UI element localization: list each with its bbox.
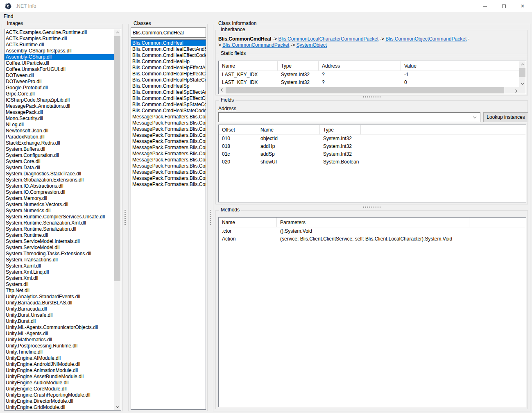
image-list-item[interactable]: System.Numerics.Vectors.dll (5, 202, 114, 208)
image-list-item[interactable]: UnityEngine.AudioModule.dll (5, 380, 114, 386)
lookup-instances-button[interactable]: Lookup instances (483, 112, 528, 122)
image-list-item[interactable]: UnityEngine.CrashReportingModule.dll (5, 392, 114, 398)
image-list-item[interactable]: Unity.ML-Agents.CommunicatorObjects.dll (5, 324, 114, 331)
image-list-item[interactable]: Unity.Burst.Unsafe.dll (5, 312, 114, 318)
class-list-item[interactable]: MessagePack.Formatters.Blis.Comm (131, 126, 206, 132)
class-list-item[interactable]: MessagePack.Formatters.Blis.Comm (131, 182, 206, 188)
image-list-item[interactable]: UnityEngine.DirectorModule.dll (5, 398, 114, 404)
class-list-item[interactable]: MessagePack.Formatters.Blis.Comm (131, 138, 206, 145)
image-list-item[interactable]: ACTk.Examples.Genuine.Runtime.dll (5, 30, 114, 36)
image-list-item[interactable]: StackExchange.Redis.dll (5, 140, 114, 146)
image-list-item[interactable]: Unity.Barracuda.BurstBLAS.dll (5, 300, 114, 306)
table-row[interactable]: Action(service: Blis.Client.ClientServic… (219, 235, 526, 243)
class-list-item[interactable]: Blis.Common.CmdHealHp (131, 59, 206, 65)
image-list-item[interactable]: Unity.Postprocessing.Runtime.dll (5, 343, 114, 349)
column-header[interactable]: Value (401, 61, 526, 70)
image-list-item[interactable]: Unity.Analytics.StandardEvents.dll (5, 294, 114, 300)
inheritance-class-link[interactable]: Blis.CommonCommandPacket (222, 42, 289, 48)
image-list-item[interactable]: ParadoxNotion.dll (5, 134, 114, 140)
scroll-left-button[interactable] (219, 87, 226, 94)
class-list-item[interactable]: MessagePack.Formatters.Blis.Comm (131, 120, 206, 126)
image-list-item[interactable]: MessagePack.Annotations.dll (5, 103, 114, 109)
class-list-item[interactable]: Blis.Common.CmdHealStateCode (131, 108, 206, 114)
class-list-item[interactable]: MessagePack.Formatters.Blis.Comm (131, 169, 206, 175)
image-list-item[interactable]: Mono.Security.dll (5, 116, 114, 122)
column-header[interactable]: Address (319, 61, 401, 70)
class-list-item[interactable]: Blis.Common.CmdHealSpStateCod (131, 102, 206, 108)
image-list-item[interactable]: System.Runtime.Serialization.Xml.dll (5, 220, 114, 226)
image-list-item[interactable]: DOTweenPro.dll (5, 79, 114, 85)
horizontal-splitter-static-fields[interactable] (363, 96, 381, 98)
inheritance-class-link[interactable]: Blis.CommonLocalCharacterCommandPacket (278, 36, 378, 42)
image-list-item[interactable]: System.Xml.dll (5, 275, 114, 281)
image-list-item[interactable]: System.Configuration.dll (5, 152, 114, 159)
image-list-item[interactable]: System.Numerics.dll (5, 208, 114, 214)
image-list-item[interactable]: System.Core.dll (5, 159, 114, 165)
image-list-item[interactable]: UnityEngine.AnimationModule.dll (5, 368, 114, 374)
table-row[interactable]: LAST_KEY_IDXSystem.Int32?-1 (219, 71, 526, 79)
image-list-item[interactable]: System.Xaml.dll (5, 263, 114, 269)
image-list-item[interactable]: System.dll (5, 281, 114, 288)
address-combobox[interactable] (218, 112, 480, 122)
menu-item-find[interactable]: Find (0, 12, 17, 21)
image-list-item[interactable]: Assembly-CSharp.dll (5, 54, 114, 60)
image-list-item[interactable]: Unity.Mathematics.dll (5, 337, 114, 343)
image-list-item[interactable]: System.Threading.Tasks.Extensions.dll (5, 251, 114, 257)
image-list-item[interactable]: System.Data.dll (5, 165, 114, 171)
class-list-item[interactable]: MessagePack.Formatters.Blis.Comm (131, 157, 206, 163)
column-header[interactable]: Name (219, 218, 277, 227)
image-list-item[interactable]: MessagePack.dll (5, 109, 114, 116)
image-list-item[interactable]: System.ServiceModel.dll (5, 245, 114, 251)
image-list-item[interactable]: Unity.Burst.dll (5, 318, 114, 324)
image-list-item[interactable]: NLog.dll (5, 122, 114, 128)
scroll-up-button[interactable] (519, 61, 526, 68)
class-list-item[interactable]: Blis.Common.CmdHealHpEffectAn (131, 65, 206, 71)
table-row[interactable]: 018addHpSystem.Int32 (219, 143, 526, 150)
image-list-item[interactable]: Unity.ML-Agents.dll (5, 331, 114, 337)
scroll-down-button[interactable] (114, 403, 121, 410)
vertical-splitter-classes-info[interactable] (210, 210, 211, 226)
image-list-item[interactable]: UnityEngine.CoreModule.dll (5, 386, 114, 392)
column-header[interactable]: Name (257, 125, 320, 134)
minimize-button[interactable] (475, 0, 494, 12)
column-header[interactable]: Type (278, 61, 319, 70)
image-list-item[interactable]: Google.Protobuf.dll (5, 85, 114, 91)
class-list-item[interactable]: MessagePack.Formatters.Blis.Comm (131, 132, 206, 138)
column-header[interactable]: Type (320, 125, 361, 134)
image-list-item[interactable]: Coffee.UnmaskForUGUI.dll (5, 66, 114, 73)
image-list-item[interactable]: System.Xml.Linq.dll (5, 269, 114, 275)
table-row[interactable]: 01caddSpSystem.Int32 (219, 150, 526, 158)
image-list-item[interactable]: System.ServiceModel.Internals.dll (5, 238, 114, 245)
image-list-item[interactable]: UnityEngine.AndroidJNIModule.dll (5, 361, 114, 368)
image-list-item[interactable]: DOTween.dll (5, 73, 114, 79)
scrollbar-thumb[interactable] (519, 68, 525, 77)
image-list-item[interactable]: System.Runtime.Serialization.dll (5, 226, 114, 232)
image-list-item[interactable]: Unity.Barracuda.dll (5, 306, 114, 312)
image-list-item[interactable]: Tftp.Net.dll (5, 288, 114, 294)
scroll-right-button[interactable] (512, 87, 519, 94)
vertical-splitter-images-classes[interactable] (125, 210, 126, 226)
class-list-item[interactable]: MessagePack.Formatters.Blis.Comm (131, 114, 206, 120)
image-list-item[interactable]: System.Buffers.dll (5, 146, 114, 152)
column-header[interactable]: Offset (219, 125, 257, 134)
image-list-item[interactable]: System.Runtime.CompilerServices.Unsafe.d… (5, 214, 114, 220)
image-list-item[interactable]: Newtonsoft.Json.dll (5, 128, 114, 134)
image-list-item[interactable]: Coffee.UIParticle.dll (5, 60, 114, 66)
class-list-item[interactable]: Blis.Common.CmdHealEffectAndSt (131, 46, 206, 52)
class-list-item[interactable]: Blis.Common.CmdHealHpStateCod (131, 77, 206, 83)
horizontal-splitter-fields-methods[interactable] (363, 206, 381, 208)
image-list-item[interactable]: UnityEngine.GridModule.dll (5, 404, 114, 410)
table-row[interactable]: LAST_KEY_IDXSystem.Int32?0 (219, 79, 526, 86)
image-list-item[interactable]: ACTk.Examples.Runtime.dll (5, 36, 114, 42)
inheritance-class-link[interactable]: Blis.CommonObjectCommandPacket (385, 36, 466, 42)
image-list-item[interactable]: Grpc.Core.dll (5, 91, 114, 97)
image-list-item[interactable]: System.IO.Abstractions.dll (5, 183, 114, 189)
image-list-item[interactable]: System.Diagnostics.StackTrace.dll (5, 171, 114, 177)
scroll-down-button[interactable] (519, 80, 526, 87)
image-list-item[interactable]: ACTk.Runtime.dll (5, 42, 114, 48)
image-list-item[interactable]: Assembly-CSharp-firstpass.dll (5, 48, 114, 54)
combobox-dropdown-button[interactable] (469, 113, 480, 122)
class-filter-input[interactable] (131, 27, 206, 38)
image-list-item[interactable]: Unity.Timeline.dll (5, 349, 114, 355)
class-list-item[interactable]: Blis.Common.CmdHealEffectCode (131, 52, 206, 59)
